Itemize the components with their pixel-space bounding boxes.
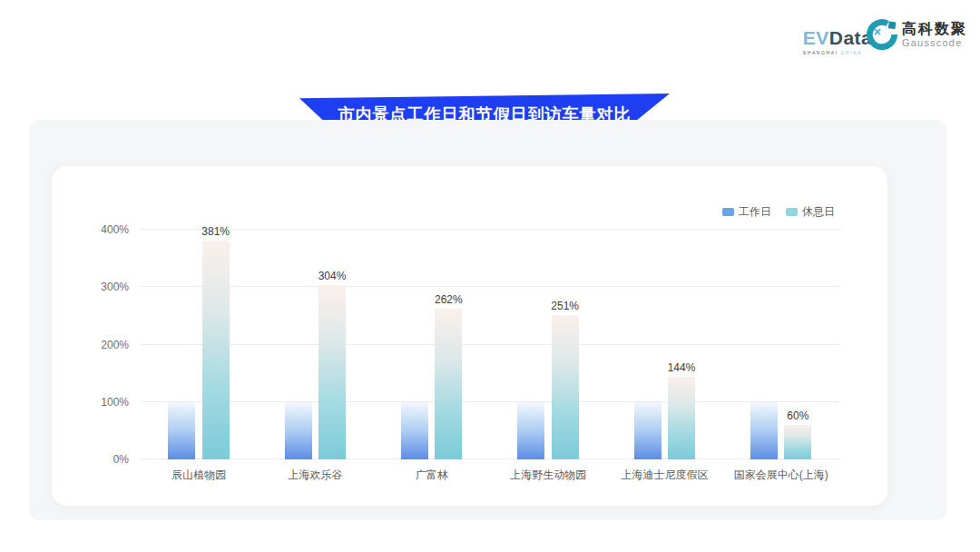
data-label: 60% [787, 409, 808, 422]
legend-swatch [722, 208, 734, 216]
bar-group: 60% [723, 230, 839, 459]
bar-休息日[interactable] [435, 309, 462, 459]
bar-column [750, 402, 778, 459]
category-label: 上海欢乐谷 [257, 468, 373, 483]
y-axis-tick: 200% [101, 339, 129, 351]
data-label: 381% [201, 225, 230, 238]
evdata-logo-subtitle: SHANGHAI CHINA [803, 50, 882, 55]
legend-item-休息日[interactable]: 休息日 [786, 204, 835, 220]
legend-label: 工作日 [739, 204, 771, 220]
bar-column: 60% [784, 409, 811, 459]
data-label: 144% [668, 361, 696, 374]
category-label: 国家会展中心(上海) [723, 468, 839, 483]
bar-工作日[interactable] [401, 402, 428, 459]
bar-column [285, 402, 312, 459]
bar-休息日[interactable] [318, 285, 346, 459]
bar-column [168, 402, 195, 459]
bar-column [401, 402, 428, 459]
bar-工作日[interactable] [750, 402, 778, 459]
plot-area: 0%100%200%300%400%381%304%262%251%144%60… [141, 230, 839, 459]
category-label: 广富林 [374, 468, 490, 483]
bar-column: 304% [318, 270, 347, 459]
data-label: 304% [318, 270, 347, 282]
bar-工作日[interactable] [285, 402, 312, 459]
y-axis-tick: 300% [101, 281, 129, 293]
y-axis-tick: 100% [101, 396, 129, 409]
y-axis-tick: 400% [101, 223, 129, 236]
chart-panel: 工作日休息日 0%100%200%300%400%381%304%262%251… [29, 120, 946, 520]
bar-column [517, 402, 544, 459]
chart-card: 工作日休息日 0%100%200%300%400%381%304%262%251… [52, 166, 887, 506]
gausscode-name-en: Gausscode [902, 37, 967, 48]
chart-legend: 工作日休息日 [722, 204, 835, 220]
category-axis: 辰山植物园上海欢乐谷广富林上海野生动物园上海迪士尼度假区国家会展中心(上海) [141, 468, 839, 483]
bar-休息日[interactable] [552, 315, 579, 459]
data-label: 262% [435, 293, 463, 306]
bar-chart: 0%100%200%300%400%381%304%262%251%144%60… [141, 230, 839, 483]
bar-group: 251% [490, 230, 606, 459]
bar-工作日[interactable] [168, 402, 195, 459]
bar-column: 381% [201, 225, 230, 459]
gausscode-logo: 高科数聚 Gausscode [867, 19, 967, 50]
bar-工作日[interactable] [634, 402, 662, 459]
y-axis-tick: 0% [113, 453, 129, 466]
category-label: 辰山植物园 [141, 468, 257, 483]
bar-group: 304% [257, 230, 373, 459]
bar-休息日[interactable] [668, 377, 695, 459]
bar-column: 262% [435, 293, 463, 459]
bar-工作日[interactable] [517, 402, 544, 459]
category-label: 上海迪士尼度假区 [606, 468, 722, 483]
bar-group: 144% [606, 230, 722, 459]
gausscode-name-cn: 高科数聚 [902, 21, 967, 37]
legend-swatch [786, 208, 798, 216]
bar-休息日[interactable] [784, 425, 811, 459]
bar-column: 144% [668, 361, 696, 459]
bar-group: 262% [374, 230, 490, 459]
data-label: 251% [551, 300, 579, 312]
bar-groups: 381%304%262%251%144%60% [141, 230, 839, 459]
legend-label: 休息日 [802, 204, 835, 220]
bar-column: 251% [551, 300, 579, 459]
bar-group: 381% [141, 230, 257, 459]
gausscode-g-icon [867, 19, 897, 50]
bar-休息日[interactable] [202, 241, 230, 459]
category-label: 上海野生动物园 [490, 468, 606, 483]
bar-column [634, 402, 662, 459]
legend-item-工作日[interactable]: 工作日 [722, 204, 771, 220]
